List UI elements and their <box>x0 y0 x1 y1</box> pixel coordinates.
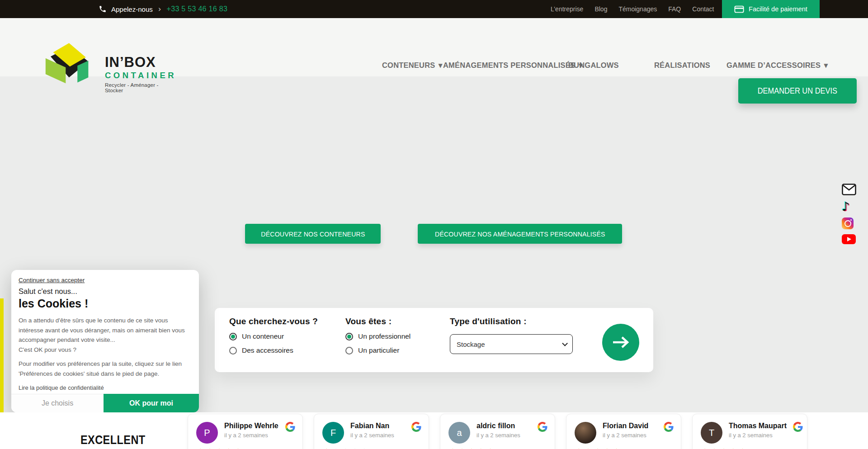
cookie-skip-link[interactable]: Continuer sans accepter <box>19 277 85 284</box>
radio-option-conteneur[interactable]: Un conteneur <box>229 332 318 340</box>
youtube-icon[interactable] <box>842 234 856 244</box>
radio-icon[interactable] <box>345 347 353 354</box>
google-icon[interactable] <box>664 422 674 432</box>
chevron-right-icon: › <box>158 5 161 13</box>
nav-amenagements[interactable]: AMÉNAGEMENTS PERSONNALISÉS ▼ <box>443 36 583 95</box>
logo-text: IN’BOX CONTAINER Recycler - Aménager - S… <box>105 55 176 93</box>
logo-subtitle: CONTAINER <box>105 71 176 80</box>
radio-accessoires-label: Des accessoires <box>242 346 293 354</box>
instagram-icon[interactable] <box>842 217 854 229</box>
reviewer-name: Florian David <box>603 422 648 430</box>
request-quote-button[interactable]: DEMANDER UN DEVIS <box>738 78 857 104</box>
review-head: F Fabian Nan il y a 2 semaines <box>322 422 421 444</box>
finder-usage-label: Type d'utilisation : <box>450 317 573 326</box>
google-icon[interactable] <box>411 422 421 432</box>
radio-professionnel-label: Un professionnel <box>358 332 410 340</box>
logo-title: IN’BOX <box>105 55 176 69</box>
reviewer-name: Thomas Maupart <box>729 422 787 430</box>
usage-select-value: Stockage <box>457 340 562 348</box>
nav-bungalows[interactable]: BUNGALOWS <box>568 36 619 95</box>
discover-custom-button[interactable]: DÉCOUVREZ NOS AMÉNAGEMENTS PERSONNALISÉS <box>418 224 622 244</box>
review-time: il y a 2 semaines <box>476 432 520 439</box>
cookie-greeting: Salut c'est nous... <box>19 287 192 296</box>
google-icon[interactable] <box>793 422 803 432</box>
avatar: F <box>322 422 344 444</box>
topbar-nav: L’entreprise Blog Témoignages FAQ Contac… <box>551 0 714 18</box>
reviewer-name: Philippe Wehrle <box>224 422 278 430</box>
discover-containers-button[interactable]: DÉCOUVREZ NOS CONTENEURS <box>245 224 381 244</box>
cookie-privacy-link[interactable]: Lire la politique de confidentialité <box>19 384 104 391</box>
radio-option-particulier[interactable]: Un particulier <box>345 346 410 354</box>
review-time: il y a 2 semaines <box>224 432 278 439</box>
nav-conteneurs-label: CONTENEURS <box>382 61 435 70</box>
review-card: F Fabian Nan il y a 2 semaines ★ ★★★★ ✓ <box>314 414 429 449</box>
logo-tagline: Recycler - Aménager - Stocker <box>105 82 176 93</box>
radio-conteneur-label: Un conteneur <box>242 332 284 340</box>
review-time: il y a 2 semaines <box>729 432 787 439</box>
logo[interactable]: IN’BOX CONTAINER Recycler - Aménager - S… <box>41 39 94 85</box>
topbar-link-temoignages[interactable]: Témoignages <box>618 5 657 13</box>
cookie-body-text: On a attendu d'être sûrs que le contenu … <box>19 316 192 354</box>
topbar: Appelez-nous › +33 5 53 46 16 83 L’entre… <box>0 0 868 18</box>
phone-icon <box>99 5 107 13</box>
radio-option-professionnel[interactable]: Un professionnel <box>345 332 410 340</box>
credit-card-icon <box>734 5 744 13</box>
cookie-consent-popup: Continuer sans accepter Salut c'est nous… <box>11 270 199 412</box>
cookie-title: les Cookies ! <box>19 297 192 310</box>
review-head: P Philippe Wehrle il y a 2 semaines <box>196 422 295 444</box>
cookie-preferences-text: Pour modifier vos préférences par la sui… <box>19 359 192 378</box>
avatar: P <box>196 422 218 444</box>
product-finder-card: Que cherchez-vous ? Un conteneur Des acc… <box>215 308 653 372</box>
google-reviews-section: EXCELLENT P Philippe Wehrle il y a 2 sem… <box>0 412 868 449</box>
nav-accessoires-label: GAMME D’ACCESSOIRES <box>726 61 821 70</box>
request-quote-label: DEMANDER UN DEVIS <box>758 86 837 96</box>
call-us-link[interactable]: Appelez-nous › +33 5 53 46 16 83 <box>99 0 227 18</box>
radio-option-accessoires[interactable]: Des accessoires <box>229 346 318 354</box>
chevron-down-icon: ▼ <box>824 62 828 69</box>
tiktok-icon[interactable]: ♪ <box>842 200 849 213</box>
google-icon[interactable] <box>285 422 295 432</box>
page: Appelez-nous › +33 5 53 46 16 83 L’entre… <box>0 0 868 449</box>
finder-what-label: Que cherchez-vous ? <box>229 317 318 326</box>
finder-question-what: Que cherchez-vous ? Un conteneur Des acc… <box>229 317 318 354</box>
discover-custom-label: DÉCOUVREZ NOS AMÉNAGEMENTS PERSONNALISÉS <box>435 230 605 238</box>
avatar: T <box>701 422 722 444</box>
usage-select[interactable]: Stockage <box>450 334 573 354</box>
finder-question-who: Vous êtes : Un professionnel Un particul… <box>345 317 410 354</box>
avatar: a <box>448 422 470 444</box>
radio-icon[interactable] <box>229 333 237 340</box>
phone-number[interactable]: +33 5 53 46 16 83 <box>167 5 228 13</box>
radio-icon[interactable] <box>229 347 237 354</box>
review-head: a aldric fillon il y a 2 semaines <box>448 422 547 444</box>
social-rail: ♪ <box>842 184 860 244</box>
review-card: T Thomas Maupart il y a 2 semaines ★★★★★… <box>692 414 807 449</box>
review-head: Florian David il y a 2 semaines <box>575 422 674 444</box>
review-card: a aldric fillon il y a 2 semaines ★★★★★ … <box>440 414 555 449</box>
topbar-link-entreprise[interactable]: L’entreprise <box>551 5 583 13</box>
nav-bungalows-label: BUNGALOWS <box>568 61 619 70</box>
chevron-down-icon <box>562 340 568 346</box>
reviewer-name: Fabian Nan <box>350 422 394 430</box>
review-card: Florian David il y a 2 semaines ★★★★★ ✓ <box>566 414 681 449</box>
topbar-link-contact[interactable]: Contact <box>692 5 714 13</box>
email-icon[interactable] <box>842 184 856 195</box>
topbar-link-blog[interactable]: Blog <box>594 5 607 13</box>
nav-conteneurs[interactable]: CONTENEURS ▼ <box>382 36 443 95</box>
topbar-link-faq[interactable]: FAQ <box>668 5 681 13</box>
header: IN’BOX CONTAINER Recycler - Aménager - S… <box>0 18 868 76</box>
container-logo-icon <box>41 39 94 85</box>
cookie-choose-button[interactable]: Je choisis <box>11 394 104 412</box>
radio-particulier-label: Un particulier <box>358 346 399 354</box>
google-icon[interactable] <box>538 422 547 432</box>
finder-submit-button[interactable] <box>602 324 639 361</box>
arrow-right-icon <box>612 336 629 349</box>
finder-who-label: Vous êtes : <box>345 317 410 326</box>
nav-realisations[interactable]: RÉALISATIONS <box>654 36 710 95</box>
cookie-accept-button[interactable]: OK pour moi <box>104 394 199 412</box>
cookie-body-line1: On a attendu d'être sûrs que le contenu … <box>19 317 185 343</box>
cookie-body-line2: C'est OK pour vous ? <box>19 346 76 353</box>
radio-icon[interactable] <box>345 333 353 340</box>
payment-facility-label: Facilité de paiement <box>749 5 807 13</box>
payment-facility-button[interactable]: Facilité de paiement <box>722 0 820 18</box>
review-time: il y a 2 semaines <box>603 432 648 439</box>
